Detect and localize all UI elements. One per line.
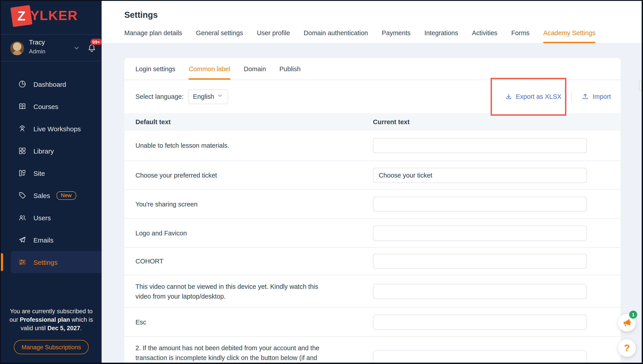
- sidebar-item-live-workshops[interactable]: Live Workshops: [1, 118, 102, 140]
- manage-subscriptions-button[interactable]: Manage Subscriptions: [14, 340, 89, 354]
- main-content: Settings Manage plan details General set…: [102, 1, 642, 363]
- chevron-down-icon: [217, 92, 223, 100]
- sidebar-item-label: Sales: [34, 192, 50, 199]
- sidebar-item-dashboard[interactable]: Dashboard: [1, 73, 102, 95]
- library-icon: [18, 146, 27, 155]
- active-indicator-bar: [1, 253, 3, 271]
- column-header-current-text: Current text: [373, 118, 409, 126]
- sidebar: Z YLKER Tracy Admin 99+ Dashboar: [1, 1, 102, 363]
- logo[interactable]: Z YLKER: [1, 1, 102, 35]
- courses-icon: [18, 102, 27, 111]
- logo-text: YLKER: [30, 8, 78, 23]
- table-row: This video cannot be viewed in this devi…: [124, 274, 621, 307]
- chevron-down-icon[interactable]: [73, 44, 80, 54]
- subscription-text: .: [80, 325, 82, 332]
- table-row: 2. If the amount has not been debited fr…: [124, 336, 621, 363]
- export-label: Export as XLSX: [516, 93, 561, 100]
- page-title: Settings: [124, 10, 158, 20]
- subtab-login-settings[interactable]: Login settings: [135, 58, 175, 80]
- sidebar-item-settings[interactable]: Settings: [11, 251, 102, 273]
- sidebar-item-label: Emails: [34, 236, 54, 244]
- emails-icon: [18, 236, 27, 244]
- avatar[interactable]: [10, 42, 24, 55]
- sidebar-item-label: Settings: [34, 258, 58, 266]
- tab-manage-plan-details[interactable]: Manage plan details: [124, 29, 182, 43]
- default-text-label: Esc: [135, 317, 325, 327]
- table-row: COHORT: [124, 247, 621, 274]
- subtab-domain[interactable]: Domain: [244, 58, 266, 80]
- default-text-label: You're sharing screen: [135, 199, 325, 209]
- table-row: Logo and Favicon: [124, 218, 621, 247]
- current-text-input[interactable]: [373, 196, 587, 212]
- current-text-input[interactable]: [373, 314, 587, 330]
- tab-domain-authentication[interactable]: Domain authentication: [304, 29, 368, 43]
- academy-settings-card: Login settings Common label Domain Publi…: [124, 58, 621, 363]
- default-text-label: This video cannot be viewed in this devi…: [135, 282, 325, 301]
- sidebar-item-users[interactable]: Users: [1, 206, 102, 229]
- scrollbar-thumb[interactable]: [639, 81, 642, 91]
- sidebar-item-label: Dashboard: [34, 80, 66, 88]
- import-button[interactable]: Import: [581, 93, 611, 100]
- default-text-label: COHORT: [135, 256, 325, 266]
- user-role: Admin: [29, 48, 46, 55]
- tab-integrations[interactable]: Integrations: [424, 29, 458, 43]
- upload-icon: [581, 93, 589, 100]
- sidebar-nav: Dashboard Courses Live Workshops Library…: [1, 62, 102, 273]
- help-button[interactable]: ?: [618, 339, 636, 357]
- megaphone-icon: [621, 317, 632, 328]
- subscription-plan: Professional plan: [20, 316, 70, 323]
- user-area: Tracy Admin 99+: [1, 35, 102, 62]
- announcements-button[interactable]: 1: [618, 314, 636, 332]
- subscription-date: Dec 5, 2027: [48, 325, 80, 332]
- question-mark-icon: ?: [624, 343, 630, 353]
- table-row: Esc: [124, 307, 621, 336]
- current-text-input[interactable]: [373, 350, 587, 363]
- toolbar-divider: [571, 92, 572, 102]
- tab-academy-settings[interactable]: Academy Settings: [543, 29, 595, 43]
- subtab-common-label[interactable]: Common label: [189, 58, 230, 80]
- sidebar-item-library[interactable]: Library: [1, 140, 102, 162]
- current-text-input[interactable]: [373, 168, 587, 183]
- sidebar-item-site[interactable]: Site: [1, 162, 102, 184]
- subtab-publish[interactable]: Publish: [279, 58, 301, 80]
- tab-activities[interactable]: Activities: [472, 29, 497, 43]
- current-text-input[interactable]: [373, 226, 587, 240]
- site-icon: [18, 169, 27, 178]
- table-row: Choose your preferred ticket: [124, 160, 621, 189]
- sidebar-item-label: Site: [34, 169, 45, 177]
- current-text-input[interactable]: [373, 138, 587, 153]
- current-text-input[interactable]: [373, 254, 587, 269]
- sidebar-item-label: Library: [34, 147, 54, 155]
- tab-user-profile[interactable]: User profile: [257, 29, 290, 43]
- language-value: English: [193, 93, 214, 100]
- sidebar-item-courses[interactable]: Courses: [1, 95, 102, 118]
- dashboard-icon: [18, 80, 27, 88]
- notification-count-badge[interactable]: 99+: [90, 38, 102, 46]
- sidebar-item-label: Live Workshops: [34, 125, 81, 132]
- default-text-label: Unable to fetch lesson materials.: [135, 140, 325, 150]
- column-header-default-text: Default text: [124, 118, 373, 126]
- sales-tag-icon: [18, 191, 27, 200]
- zylker-logo-mark: Z: [10, 5, 32, 27]
- download-icon: [505, 93, 512, 100]
- default-text-label: 2. If the amount has not been debited fr…: [135, 343, 325, 363]
- table-header: Default text Current text: [124, 113, 621, 131]
- table-row: Unable to fetch lesson materials.: [124, 131, 621, 160]
- tab-payments[interactable]: Payments: [382, 29, 411, 43]
- announcement-count-badge: 1: [629, 310, 637, 318]
- tab-forms[interactable]: Forms: [511, 29, 530, 43]
- sidebar-item-emails[interactable]: Emails: [1, 229, 102, 251]
- current-text-input[interactable]: [373, 284, 587, 299]
- export-as-xlsx-button[interactable]: Export as XLSX: [505, 93, 561, 100]
- settings-sliders-icon: [18, 258, 27, 266]
- tab-general-settings[interactable]: General settings: [196, 29, 243, 43]
- user-name: Tracy: [29, 39, 45, 46]
- sidebar-item-label: Courses: [34, 102, 58, 110]
- select-language-label: Select language:: [135, 93, 183, 100]
- sidebar-item-sales[interactable]: Sales New: [1, 184, 102, 206]
- language-dropdown[interactable]: English: [188, 89, 228, 104]
- table-row: You're sharing screen: [124, 189, 621, 218]
- sidebar-item-label: Users: [34, 214, 51, 222]
- label-toolbar: Select language: English Export as XLSX …: [124, 80, 621, 113]
- logo-letter: Z: [17, 8, 26, 24]
